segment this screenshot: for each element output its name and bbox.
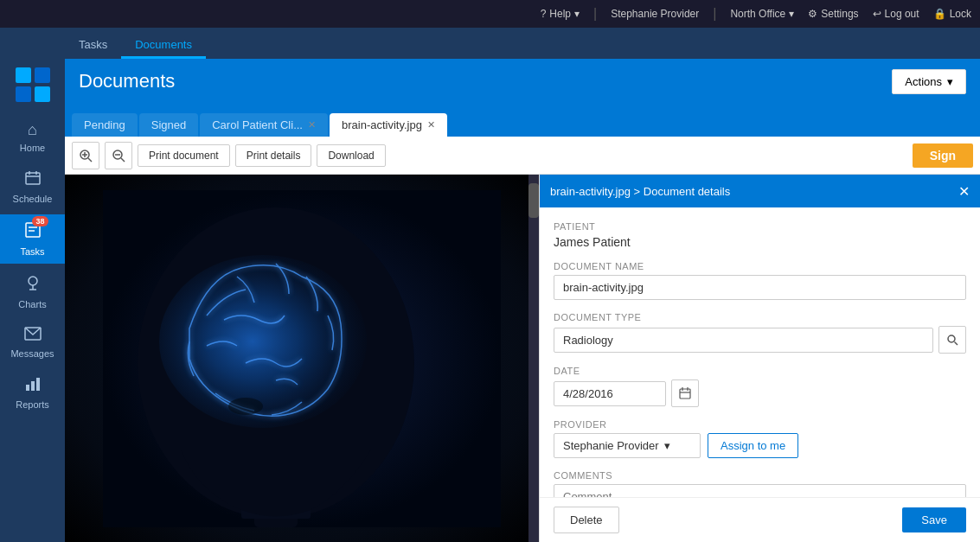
doc-type-label: DOCUMENT TYPE [554,312,966,322]
print-details-button[interactable]: Print details [235,144,312,167]
office-selector[interactable]: North Office ▾ [730,8,794,20]
save-button[interactable]: Save [902,507,966,532]
assign-to-me-button[interactable]: Assign to me [708,433,798,458]
nav-tabs: Tasks Documents [0,28,980,59]
svg-point-31 [948,335,955,342]
doc-name-label: DOCUMENT NAME [554,261,966,271]
documents-title: Documents [79,70,175,92]
main-content: Documents Actions ▾ Pending Signed Carol… [65,59,980,542]
sidebar-item-messages[interactable]: Messages [0,320,65,366]
sidebar-item-charts[interactable]: Charts [0,267,65,316]
comment-input[interactable] [554,484,966,497]
zoom-out-button[interactable] [105,142,132,169]
svg-rect-3 [35,86,50,102]
svg-rect-16 [31,381,35,391]
delete-button[interactable]: Delete [554,507,619,533]
settings-label: Settings [821,8,858,20]
settings-button[interactable]: ⚙ Settings [808,8,858,20]
charts-icon [24,274,42,296]
lock-label: Lock [950,8,971,20]
detail-header-title: brain-activity.jpg > Document details [550,185,730,198]
toolbar: Print document Print details Download Si… [65,137,980,175]
carol-tab-label: Carol Patient Cli... [212,118,303,131]
patient-value: James Patient [554,235,966,249]
detail-body: PATIENT James Patient DOCUMENT NAME DOCU… [540,207,980,497]
svg-point-30 [228,398,263,415]
zoom-in-button[interactable] [72,142,99,169]
doc-name-input[interactable] [554,275,966,300]
svg-line-23 [121,158,125,162]
scrollbar-thumb[interactable] [528,183,539,218]
provider-select[interactable]: Stephanie Provider ▾ [554,433,701,458]
logout-button[interactable]: ↩ Log out [873,8,919,20]
patient-label: PATIENT [554,221,966,232]
office-label: North Office [730,8,785,20]
svg-point-11 [29,277,37,285]
tab-documents[interactable]: Documents [121,33,206,59]
carol-tab-close[interactable]: ✕ [308,119,316,131]
brain-tab-label: brain-activity.jpg [342,118,422,131]
actions-button[interactable]: Actions ▾ [892,69,966,94]
sidebar-messages-label: Messages [10,348,54,359]
sidebar-item-home[interactable]: ⌂ Home [0,114,65,160]
calendar-icon [25,170,41,190]
provider-label: PROVIDER [554,419,966,430]
separator: | [593,6,597,22]
svg-rect-1 [35,67,50,83]
tab-carol[interactable]: Carol Patient Cli... ✕ [200,113,328,137]
messages-icon [24,327,42,345]
svg-rect-0 [16,67,31,83]
date-input[interactable] [554,381,666,406]
sidebar: ⌂ Home Schedule 38 Tasks [0,59,65,542]
print-document-button[interactable]: Print document [138,144,230,167]
provider-row: Stephanie Provider ▾ Assign to me [554,433,966,458]
tab-pending[interactable]: Pending [72,113,138,137]
help-icon: ? [541,8,547,20]
sidebar-item-tasks[interactable]: 38 Tasks [0,214,65,264]
brain-tab-close[interactable]: ✕ [427,119,435,131]
lock-button[interactable]: 🔒 Lock [933,8,971,20]
doc-type-row [554,326,966,354]
signed-tab-label: Signed [151,118,186,131]
provider-select-value: Stephanie Provider [563,439,659,452]
tab-signed[interactable]: Signed [139,113,198,137]
sign-button[interactable]: Sign [913,143,973,168]
comments-label: COMMENTS [554,470,966,481]
logout-label: Log out [885,8,919,20]
content-area: brain-activity.jpg > Document details ✕ … [65,175,980,542]
tasks-icon: 38 [24,221,42,243]
svg-line-32 [955,342,958,346]
help-label: Help [549,8,571,20]
detail-close-button[interactable]: ✕ [958,183,970,200]
sidebar-reports-label: Reports [16,399,49,410]
image-scrollbar[interactable] [528,175,539,542]
doc-type-search-button[interactable] [938,326,966,354]
documents-header: Documents Actions ▾ [65,59,980,104]
help-button[interactable]: ? Help ▾ [541,8,580,20]
app-logo [14,66,52,104]
image-panel [65,175,539,542]
date-row [554,379,966,407]
lock-icon: 🔒 [933,8,946,20]
sidebar-item-reports[interactable]: Reports [0,369,65,417]
tab-brain[interactable]: brain-activity.jpg ✕ [330,113,447,137]
svg-rect-2 [16,86,31,102]
provider-label: Stephanie Provider [611,8,699,20]
tab-tasks[interactable]: Tasks [65,33,121,59]
logout-icon: ↩ [873,8,881,20]
calendar-button[interactable] [671,379,699,407]
doc-type-input[interactable] [554,328,933,353]
sidebar-item-schedule[interactable]: Schedule [0,163,65,211]
detail-footer: Delete Save [540,497,980,542]
svg-rect-4 [26,173,40,184]
svg-rect-15 [26,385,29,391]
provider-chevron-icon: ▾ [664,439,670,452]
chevron-down-icon3: ▾ [947,75,953,88]
separator2: | [713,6,716,22]
sidebar-schedule-label: Schedule [13,194,53,204]
topbar: ? Help ▾ | Stephanie Provider | North Of… [0,0,980,28]
download-button[interactable]: Download [317,144,385,167]
reports-icon [25,376,41,396]
detail-header: brain-activity.jpg > Document details ✕ [540,175,980,207]
chevron-down-icon: ▾ [574,8,580,20]
